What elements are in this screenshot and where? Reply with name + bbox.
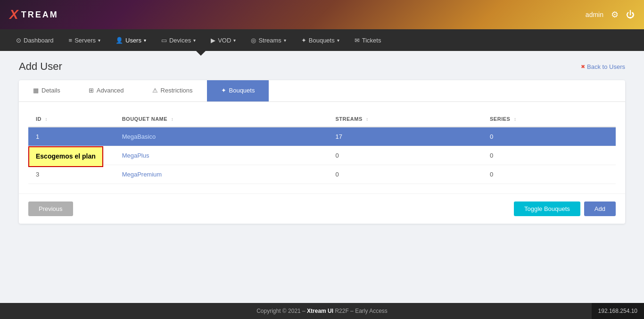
tab-advanced[interactable]: ⊞ Advanced: [74, 80, 138, 101]
settings-icon[interactable]: ⚙: [611, 9, 619, 20]
nav-arrow: [196, 51, 206, 56]
nav-tickets-label: Tickets: [362, 37, 381, 44]
nav-dashboard[interactable]: ⊙ Dashboard: [9, 34, 60, 47]
streams-caret-icon: ▾: [284, 38, 286, 43]
table-container: ID ↕ BOUQUET NAME ↕ STREAMS ↕ SERIES ↕: [19, 102, 625, 193]
name-sort-icon: ↕: [171, 117, 174, 122]
bouquets-tab-icon: ✦: [221, 87, 226, 94]
logo-text: TREAM: [21, 10, 58, 20]
cell-bouquet-name[interactable]: MegaBasico: [122, 133, 156, 140]
cell-series: 0: [482, 165, 616, 184]
tab-details[interactable]: ▦ Details: [19, 80, 74, 101]
previous-button[interactable]: Previous: [28, 201, 73, 216]
users-icon: 👤: [116, 37, 123, 44]
version-text: R22F – Early Access: [333, 308, 388, 314]
bouquets-icon: ✦: [301, 37, 306, 44]
servers-icon: ≡: [69, 37, 73, 44]
action-buttons: Toggle Bouquets Add: [514, 201, 616, 216]
col-streams: STREAMS ↕: [328, 111, 482, 127]
cell-streams: 0: [328, 165, 482, 184]
logo-x-icon: X: [9, 7, 18, 22]
copyright-text: Copyright © 2021 –: [256, 308, 307, 314]
nav-vod[interactable]: ▶ VOD ▾: [204, 34, 242, 47]
app-name: Xtream UI: [307, 308, 333, 314]
col-bouquet-name: BOUQUET NAME ↕: [115, 111, 328, 127]
cell-bouquet-name[interactable]: MegaPlus: [122, 152, 149, 159]
devices-caret-icon: ▾: [193, 38, 196, 43]
nav-streams[interactable]: ◎ Streams ▾: [244, 34, 292, 47]
nav-vod-label: VOD: [218, 37, 231, 44]
nav-users[interactable]: 👤 Users ▾: [109, 34, 153, 47]
nav-servers-label: Servers: [74, 37, 96, 44]
ip-address: 192.168.254.10: [592, 303, 644, 319]
devices-icon: ▭: [161, 37, 167, 44]
tab-bouquets[interactable]: ✦ Bouquets: [207, 80, 269, 101]
cell-id: 3: [28, 165, 115, 184]
nav-devices[interactable]: ▭ Devices ▾: [155, 34, 202, 47]
annotation-text: Escogemos el plan: [36, 152, 96, 160]
bouquets-caret-icon: ▾: [337, 38, 339, 43]
nav-users-label: Users: [125, 37, 141, 44]
table-row[interactable]: 2MegaPlus00: [28, 146, 616, 165]
toggle-bouquets-button[interactable]: Toggle Bouquets: [514, 201, 580, 216]
annotation-box: Escogemos el plan: [28, 146, 103, 167]
card-footer: Previous Toggle Bouquets Add: [19, 193, 625, 224]
vod-icon: ▶: [211, 37, 215, 44]
nav-tickets[interactable]: ✉ Tickets: [348, 34, 388, 47]
bouquets-table: ID ↕ BOUQUET NAME ↕ STREAMS ↕ SERIES ↕: [28, 111, 616, 184]
tickets-icon: ✉: [355, 37, 360, 44]
main-card: ▦ Details ⊞ Advanced ⚠ Restrictions ✦ Bo…: [19, 80, 625, 224]
nav-servers[interactable]: ≡ Servers ▾: [62, 34, 107, 47]
tab-restrictions[interactable]: ⚠ Restrictions: [138, 80, 207, 101]
nav-streams-label: Streams: [258, 37, 281, 44]
advanced-tab-label: Advanced: [97, 87, 124, 94]
nav-bouquets[interactable]: ✦ Bouquets ▾: [295, 34, 346, 47]
table-row[interactable]: 1MegaBasico170: [28, 127, 616, 146]
back-to-users-link[interactable]: Back to Users: [581, 63, 625, 70]
header-right: admin ⚙ ⏻: [586, 9, 635, 20]
id-sort-icon: ↕: [45, 117, 48, 122]
dashboard-icon: ⊙: [16, 37, 21, 44]
cell-id: 1: [28, 127, 115, 146]
nav-dashboard-label: Dashboard: [24, 37, 54, 44]
restrictions-tab-icon: ⚠: [152, 87, 158, 94]
power-icon[interactable]: ⏻: [626, 10, 635, 20]
cell-series: 0: [482, 127, 616, 146]
tab-bar: ▦ Details ⊞ Advanced ⚠ Restrictions ✦ Bo…: [19, 80, 625, 102]
nav-bouquets-label: Bouquets: [309, 37, 335, 44]
bouquets-tab-label: Bouquets: [229, 87, 255, 94]
vod-caret-icon: ▾: [233, 38, 236, 43]
main-content: Add User Back to Users ▦ Details ⊞ Advan…: [0, 51, 644, 233]
logo: X TREAM: [9, 7, 58, 22]
header: X TREAM admin ⚙ ⏻: [0, 0, 644, 29]
page-header: Add User Back to Users: [19, 60, 625, 73]
cell-streams: 17: [328, 127, 482, 146]
details-tab-icon: ▦: [33, 87, 39, 94]
restrictions-tab-label: Restrictions: [161, 87, 193, 94]
add-button[interactable]: Add: [584, 201, 616, 216]
navigation: ⊙ Dashboard ≡ Servers ▾ 👤 Users ▾ ▭ Devi…: [0, 29, 644, 51]
users-caret-icon: ▾: [144, 38, 146, 43]
page-title: Add User: [19, 60, 62, 73]
cell-streams: 0: [328, 146, 482, 165]
page-footer: Copyright © 2021 – Xtream UI R22F – Earl…: [0, 303, 644, 319]
cell-series: 0: [482, 146, 616, 165]
series-sort-icon: ↕: [514, 117, 517, 122]
servers-caret-icon: ▾: [98, 38, 100, 43]
cell-bouquet-name[interactable]: MegaPremium: [122, 171, 162, 178]
advanced-tab-icon: ⊞: [89, 87, 94, 94]
streams-icon: ◎: [251, 37, 256, 44]
admin-label: admin: [586, 11, 603, 18]
col-series: SERIES ↕: [482, 111, 616, 127]
table-row[interactable]: 3MegaPremium00: [28, 165, 616, 184]
nav-devices-label: Devices: [169, 37, 191, 44]
details-tab-label: Details: [41, 87, 60, 94]
col-id: ID ↕: [28, 111, 115, 127]
streams-sort-icon: ↕: [366, 117, 369, 122]
